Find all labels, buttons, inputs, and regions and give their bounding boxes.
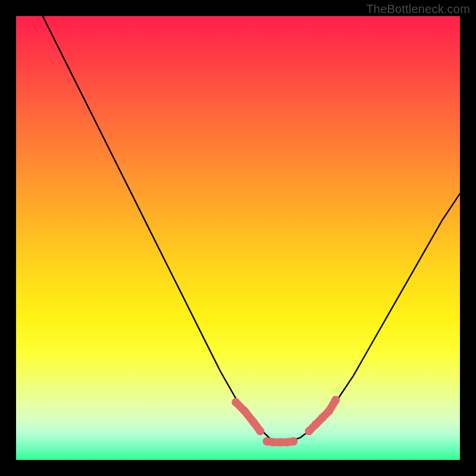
watermark-text: TheBottleneck.com [366, 2, 470, 16]
highlight-segment [287, 441, 293, 443]
chart-plot-area [16, 16, 460, 460]
highlight-segment [253, 422, 260, 431]
highlight-segment [329, 400, 336, 411]
chart-svg [16, 16, 460, 460]
chart-frame: TheBottleneck.com [0, 0, 476, 476]
bottleneck-curve [43, 16, 460, 442]
